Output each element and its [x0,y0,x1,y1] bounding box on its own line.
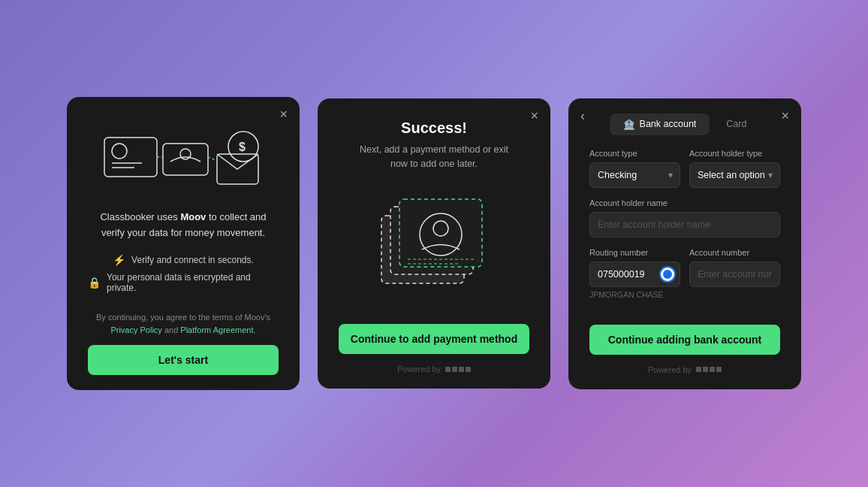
intro-card: × $ Classbooker uses Moov to collect and… [67,97,300,391]
routing-verified-indicator [661,268,674,281]
account-holder-type-select[interactable]: Select an option Individual Business [689,162,780,188]
lightning-icon: ⚡ [113,254,125,266]
svg-point-5 [180,149,191,159]
success-card: × Success! Next, add a payment method or… [318,98,550,389]
tab-bank-account[interactable]: 🏦 Bank account [610,113,710,135]
close-button-bank[interactable]: × [781,109,789,123]
account-number-label: Account number [689,248,780,257]
feature-speed-text: Verify and connect in seconds. [131,255,254,265]
account-type-group: Account type Checking Savings [589,149,680,188]
account-type-label: Account type [589,149,680,158]
privacy-policy-link[interactable]: Privacy Policy [110,325,161,334]
svg-point-1 [112,144,127,159]
svg-rect-13 [399,199,482,267]
svg-text:$: $ [239,141,246,153]
platform-agreement-link[interactable]: Platform Agreement [180,325,253,334]
success-illustration [359,186,509,306]
feature-speed: ⚡ Verify and connect in seconds. [88,254,279,266]
lets-start-button[interactable]: Let's start [88,345,279,375]
feature-security: 🔒 Your personal data is encrypted and pr… [88,272,279,293]
account-number-input[interactable] [689,262,780,287]
svg-rect-0 [104,138,157,177]
account-holder-type-select-wrapper: Select an option Individual Business [689,162,780,188]
account-type-row: Account type Checking Savings Account ho… [589,149,780,188]
account-number-group: Account number [689,248,780,299]
payment-tabs: 🏦 Bank account Card [589,113,780,135]
account-type-select-wrapper: Checking Savings [589,162,680,188]
agree-text: By continuing, you agree to the terms of… [96,311,270,336]
routing-number-wrapper [589,262,680,287]
lock-icon: 🔒 [88,277,101,289]
account-type-select[interactable]: Checking Savings [589,162,680,188]
success-subtitle: Next, add a payment method or exit now t… [351,143,517,171]
main-description: Classbooker uses Moov to collect and ver… [88,210,279,241]
close-button-success[interactable]: × [530,109,538,123]
numbers-row: Routing number JPMORGAN CHASE Account nu… [589,248,780,299]
moov-logo-bank [696,367,722,372]
bank-icon: 🏦 [623,119,635,130]
account-holder-name-group: Account holder name [589,198,780,237]
svg-line-10 [208,157,215,160]
success-title: Success! [401,119,467,137]
account-holder-name-input[interactable] [589,212,780,237]
close-button[interactable]: × [279,107,288,121]
routing-number-group: Routing number JPMORGAN CHASE [589,248,680,299]
continue-payment-button[interactable]: Continue to add payment method [339,324,529,354]
moov-logo [445,367,471,372]
feature-security-text: Your personal data is encrypted and priv… [107,272,279,293]
tab-card[interactable]: Card [713,113,760,135]
account-holder-type-group: Account holder type Select an option Ind… [689,149,780,188]
routing-number-label: Routing number [589,248,680,257]
bank-account-card: ‹ × 🏦 Bank account Card Account type Che… [568,98,801,389]
intro-illustration: $ [97,115,270,198]
powered-by-footer-bank: Powered by [648,365,722,374]
powered-by-footer: Powered by [397,364,471,374]
back-button[interactable]: ‹ [580,109,585,123]
continue-bank-button[interactable]: Continue adding bank account [589,325,780,355]
account-holder-name-label: Account holder name [589,198,780,207]
account-holder-type-label: Account holder type [689,149,780,158]
bank-name-label: JPMORGAN CHASE [589,290,680,299]
